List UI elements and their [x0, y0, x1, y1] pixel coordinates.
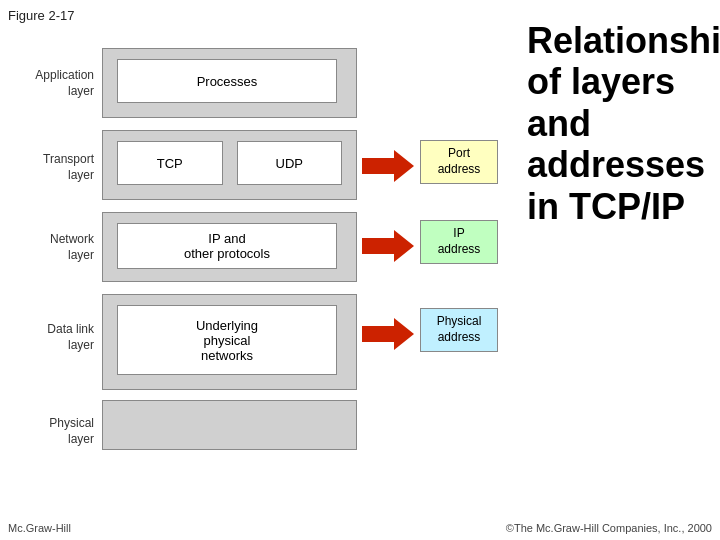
- tcp-box: TCP: [117, 141, 223, 185]
- physical-address-box: Physicaladdress: [420, 308, 498, 352]
- udp-box: UDP: [237, 141, 343, 185]
- transport-outer-box: TCP UDP: [102, 130, 357, 200]
- layer-label-physical: Physicallayer: [0, 416, 100, 447]
- svg-marker-0: [362, 150, 414, 182]
- port-address-box: Portaddress: [420, 140, 498, 184]
- arrow-network: [362, 228, 414, 264]
- ip-box: IP andother protocols: [117, 223, 337, 269]
- figure-label: Figure 2-17: [8, 8, 74, 23]
- network-outer-box: IP andother protocols: [102, 212, 357, 282]
- application-outer-box: Processes: [102, 48, 357, 118]
- layer-label-transport: Transportlayer: [0, 152, 100, 183]
- arrow-transport: [362, 148, 414, 184]
- svg-marker-1: [362, 230, 414, 262]
- layer-label-network: Networklayer: [0, 232, 100, 263]
- underlying-box: Underlyingphysicalnetworks: [117, 305, 337, 375]
- footer-left: Mc.Graw-Hill: [8, 522, 71, 534]
- footer-right: ©The Mc.Graw-Hill Companies, Inc., 2000: [506, 522, 712, 534]
- layer-label-datalink: Data linklayer: [0, 322, 100, 353]
- processes-box: Processes: [117, 59, 337, 103]
- main-title: Relationship of layers and addresses in …: [527, 20, 702, 227]
- svg-marker-2: [362, 318, 414, 350]
- physical-outer-box: [102, 400, 357, 450]
- arrow-datalink: [362, 316, 414, 352]
- layer-label-application: Applicationlayer: [0, 68, 100, 99]
- datalink-outer-box: Underlyingphysicalnetworks: [102, 294, 357, 390]
- ip-address-box: IPaddress: [420, 220, 498, 264]
